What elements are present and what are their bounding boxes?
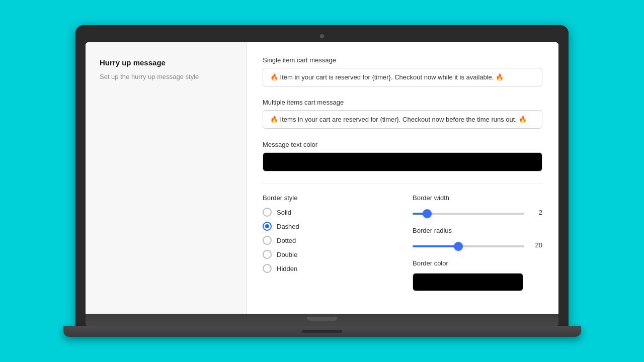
radio-dashed-label: Dashed (277, 223, 299, 230)
sidebar: Hurry up message Set up the hurry up mes… (86, 42, 247, 314)
radio-item-hidden[interactable]: Hidden (263, 264, 392, 273)
border-width-slider-row: 2 (413, 208, 542, 217)
multiple-items-input[interactable] (263, 110, 542, 129)
single-item-label: Single item cart message (263, 56, 542, 64)
border-radius-slider-container (413, 240, 524, 249)
multiple-items-field-group: Multiple items cart message (263, 99, 542, 129)
laptop-notch (307, 317, 337, 321)
radio-item-dotted[interactable]: Dotted (263, 236, 392, 245)
radio-double[interactable] (263, 250, 272, 259)
border-width-slider-container (413, 208, 524, 217)
radio-item-double[interactable]: Double (263, 250, 392, 259)
radio-dotted-label: Dotted (277, 237, 296, 244)
main-content: Single item cart message Multiple items … (247, 42, 558, 314)
radio-double-label: Double (277, 251, 297, 258)
message-color-swatch[interactable] (263, 152, 542, 171)
radio-item-dashed[interactable]: Dashed (263, 222, 392, 231)
laptop-bottom (63, 326, 581, 337)
border-props-col: Border width 2 Border radius (413, 194, 542, 291)
single-item-field-group: Single item cart message (263, 56, 542, 86)
multiple-items-label: Multiple items cart message (263, 99, 542, 106)
radio-dashed[interactable] (263, 222, 272, 231)
border-style-radio-group: Solid Dashed Dotted (263, 208, 392, 273)
radio-solid[interactable] (263, 208, 272, 217)
border-radius-value: 20 (530, 241, 542, 249)
border-style-col: Border style Solid Dashed (263, 194, 392, 291)
radio-item-solid[interactable]: Solid (263, 208, 392, 217)
camera-dot (320, 34, 324, 38)
laptop-base (86, 314, 558, 326)
radio-solid-label: Solid (277, 209, 291, 216)
border-options: Border style Solid Dashed (263, 194, 542, 291)
radio-dotted[interactable] (263, 236, 272, 245)
border-style-label: Border style (263, 194, 392, 202)
radio-hidden[interactable] (263, 264, 272, 273)
border-radius-slider-row: 20 (413, 240, 542, 249)
single-item-input[interactable] (263, 68, 542, 86)
border-color-swatch[interactable] (413, 273, 523, 291)
radio-hidden-label: Hidden (277, 265, 297, 273)
border-color-label: Border color (413, 259, 542, 267)
message-color-field-group: Message text color (263, 141, 542, 171)
sidebar-description: Set up the hurry up message style (100, 72, 232, 82)
border-radius-label: Border radius (413, 227, 542, 234)
sidebar-title: Hurry up message (100, 58, 232, 67)
border-width-label: Border width (413, 194, 542, 202)
border-radius-slider[interactable] (413, 245, 524, 247)
border-width-slider[interactable] (413, 213, 524, 215)
laptop-screen: Hurry up message Set up the hurry up mes… (86, 42, 558, 314)
border-width-value: 2 (530, 209, 542, 216)
laptop-bezel: Hurry up message Set up the hurry up mes… (75, 25, 569, 326)
divider (263, 184, 542, 184)
laptop-hinge (302, 330, 342, 333)
message-color-label: Message text color (263, 141, 542, 148)
laptop-wrapper: Hurry up message Set up the hurry up mes… (75, 25, 569, 337)
